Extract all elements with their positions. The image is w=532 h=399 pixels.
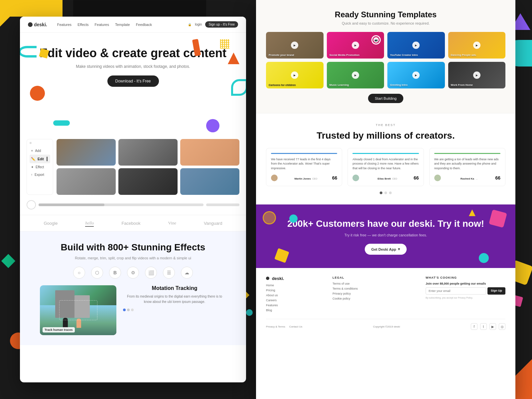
- footer-about[interactable]: About us: [266, 294, 326, 297]
- footer-terms-cond[interactable]: Terms & conditions: [332, 287, 372, 290]
- footer-pricing[interactable]: Pricing: [266, 289, 326, 292]
- sidebar-add[interactable]: + Add: [30, 147, 50, 155]
- footer-newsletter-col-title: What's Cooking: [426, 276, 505, 279]
- footer-careers[interactable]: Careers: [266, 299, 326, 302]
- editor-sidebar: + Add ✏️ Edit ✦ Effect ↑ Export: [27, 139, 53, 195]
- nav-login[interactable]: login: [195, 23, 202, 26]
- newsletter-submit-btn[interactable]: Sign Up: [487, 287, 505, 295]
- sidebar-export[interactable]: ↑ Export: [30, 171, 50, 179]
- social-yt[interactable]: ▶: [489, 323, 496, 330]
- template-2[interactable]: 📷 ▶ Social Media Promotion: [327, 32, 384, 59]
- thumb-3[interactable]: [180, 139, 239, 166]
- templates-start-btn[interactable]: Start Building: [368, 94, 403, 103]
- play-btn-3[interactable]: ▶: [412, 42, 420, 49]
- template-5[interactable]: ▶ Cartoons for children: [266, 62, 324, 88]
- dot-1[interactable]: [123, 309, 126, 311]
- nav-logo: deski.: [28, 22, 47, 27]
- cta-deco-6: [469, 209, 475, 216]
- footer-privacy[interactable]: Privacy policy: [332, 292, 372, 295]
- progress-area: [27, 200, 239, 209]
- test-suffix-1: CEO: [312, 178, 317, 180]
- tc-label-7: Greeting Intro: [390, 83, 408, 86]
- sidebar-dot: [30, 142, 32, 144]
- editor-mockup: + Add ✏️ Edit ✦ Effect ↑ Export: [27, 139, 239, 195]
- template-8[interactable]: ▶ Work From Home: [448, 62, 506, 88]
- brand-google: Google: [44, 221, 58, 226]
- footer-bottom-links: Privacy & Terms Contact Us: [266, 325, 302, 328]
- effect-icon-1[interactable]: ○: [73, 267, 85, 279]
- footer-privacy-terms[interactable]: Privacy & Terms: [266, 325, 285, 328]
- social-tw[interactable]: t: [480, 323, 487, 330]
- footer-col-brand: deski. Home Pricing About us Careers Fea…: [266, 276, 326, 314]
- newsletter-input[interactable]: [426, 287, 486, 295]
- dot-2[interactable]: [127, 309, 130, 311]
- footer-contact[interactable]: Contact Us: [289, 325, 303, 328]
- tc-label-3: YouTube Creator Intro: [390, 54, 418, 57]
- testimonial-3: We are getting a ton of leads with these…: [429, 148, 505, 187]
- trusted-title: Trusted by millions of creators.: [266, 130, 505, 141]
- test-avatar-1: [271, 175, 278, 181]
- footer-home[interactable]: Home: [266, 284, 326, 287]
- thumb-4[interactable]: [57, 168, 116, 195]
- nav-feedback[interactable]: Feedback: [136, 23, 152, 27]
- footer-terms-use[interactable]: Terms of use: [332, 282, 372, 285]
- thumb-2[interactable]: [118, 139, 178, 166]
- effect-icon-7[interactable]: ☁: [181, 267, 193, 279]
- thumb-1[interactable]: [57, 139, 116, 166]
- test-suffix-2: CEO: [392, 178, 397, 180]
- motion-image: Track human traces: [40, 285, 116, 335]
- nav-signup-btn[interactable]: Sign up - It's Free: [205, 21, 238, 28]
- social-fb[interactable]: f: [471, 323, 477, 330]
- play-btn-5[interactable]: ▶: [291, 71, 298, 79]
- logo-icon: [28, 22, 33, 27]
- test-text-3: We are getting a ton of leads with these…: [434, 157, 500, 171]
- thumb-6[interactable]: [180, 168, 239, 195]
- footer-features[interactable]: Features: [266, 304, 326, 307]
- nav-effects[interactable]: Effects: [77, 23, 88, 27]
- footer-cookie[interactable]: Cookie policy: [332, 297, 372, 300]
- play-btn-6[interactable]: ▶: [352, 71, 359, 79]
- cta-section: 200k+ Customers have our deski. Try it n…: [256, 204, 515, 268]
- play-btn-4[interactable]: ▶: [473, 42, 480, 49]
- effect-icon-2[interactable]: ⬡: [91, 267, 103, 279]
- trusted-tag: THE BEST: [266, 123, 505, 127]
- footer-col-newsletter: What's Cooking Join over 88,000 people g…: [426, 276, 505, 314]
- social-ig[interactable]: ◎: [499, 323, 505, 330]
- motion-desc: From its medieval origins to the digital…: [123, 294, 226, 305]
- footer-blog[interactable]: Blog: [266, 309, 326, 312]
- brands-section: Google hello Facebook Vine Vanguard: [20, 215, 246, 231]
- test-score-2: 66: [414, 175, 419, 181]
- play-btn-1[interactable]: ▶: [291, 42, 298, 49]
- template-4[interactable]: ▶ Dancing People adv.: [448, 32, 506, 59]
- templates-title: Ready Stunning Templates: [266, 10, 505, 19]
- nav-template[interactable]: Template: [115, 23, 130, 27]
- template-6[interactable]: ▶ Music Learning: [327, 62, 384, 88]
- play-btn-7[interactable]: ▶: [412, 71, 420, 79]
- thumb-5[interactable]: [118, 168, 178, 195]
- nav-features[interactable]: Features: [57, 23, 71, 27]
- play-btn-8[interactable]: ▶: [473, 71, 480, 79]
- page-dot-1[interactable]: [380, 192, 382, 194]
- page-dot-2[interactable]: [384, 192, 387, 194]
- test-avatar-3: [434, 175, 441, 181]
- footer-col-empty: [379, 276, 419, 314]
- effect-icon-3[interactable]: B: [109, 267, 121, 279]
- play-btn-2[interactable]: ▶: [352, 42, 359, 49]
- cta-btn[interactable]: Get Deski App ▾: [365, 244, 407, 255]
- nav-features2[interactable]: Features: [95, 23, 109, 27]
- brand-vine: Vine: [168, 220, 177, 226]
- template-7[interactable]: ▶ Greeting Intro: [387, 62, 445, 88]
- effect-icon-5[interactable]: ⬜: [145, 267, 157, 279]
- hero-cta-btn[interactable]: Download - It's Free: [107, 75, 159, 87]
- sidebar-edit[interactable]: ✏️ Edit: [30, 155, 50, 163]
- effect-icon-4[interactable]: ⚙: [127, 267, 139, 279]
- dot-3[interactable]: [131, 309, 134, 311]
- sidebar-effect[interactable]: ✦ Effect: [30, 163, 50, 171]
- template-3[interactable]: ▶ YouTube Creator Intro: [387, 32, 445, 59]
- progress-bar-1: [39, 203, 203, 206]
- page-dot-3[interactable]: [389, 192, 392, 194]
- template-1[interactable]: ▶ Promote your brand: [266, 32, 324, 59]
- footer-social-icons: f t ▶ ◎: [471, 323, 505, 330]
- effect-icon-6[interactable]: ☰: [163, 267, 175, 279]
- trusted-section: THE BEST Trusted by millions of creators…: [256, 113, 515, 204]
